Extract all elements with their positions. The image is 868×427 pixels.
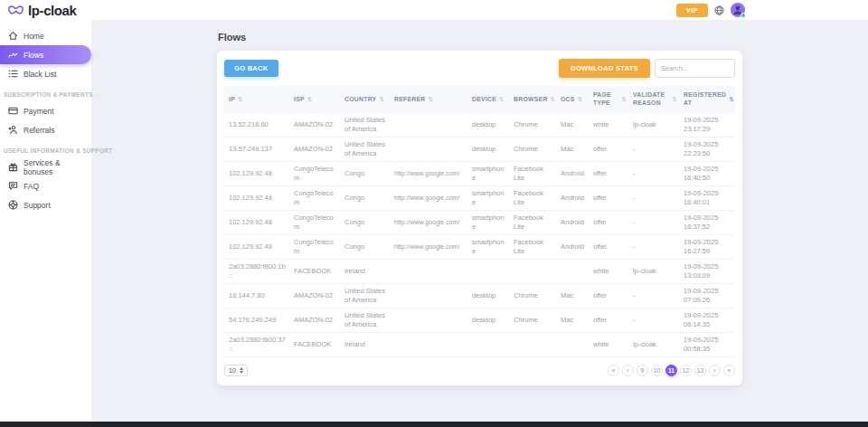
cell-ocs	[556, 270, 589, 273]
sidebar-item-referrals[interactable]: Referrals	[0, 120, 91, 139]
cell-isp: AMAZON-02	[289, 314, 340, 327]
sort-icon[interactable]: ⇅	[429, 96, 434, 103]
cell-registered_at: 19-09-2025 16:40:01	[679, 187, 735, 209]
cell-country: Congo	[340, 192, 390, 204]
topbar-right: VIP	[676, 3, 745, 17]
logo-text: lp-cloak	[28, 3, 76, 18]
page-size-select[interactable]: 10	[224, 365, 248, 376]
sidebar-item-label: Referrals	[24, 126, 54, 135]
cell-device	[467, 343, 509, 346]
sidebar-item-faq[interactable]: FAQ	[0, 176, 91, 195]
sort-icon-active[interactable]: ⇅	[729, 96, 734, 103]
cell-referer: http://www.google.com/	[390, 216, 467, 228]
next-page-button[interactable]: ›	[709, 365, 721, 376]
cell-page_type: offer	[589, 192, 628, 204]
cell-referer	[390, 147, 467, 151]
page-button-13[interactable]: 13	[694, 365, 706, 376]
download-stats-button[interactable]: DOWNLOAD STATS	[559, 59, 650, 78]
cell-validate_reason: -	[628, 143, 679, 156]
cell-country: United States of America	[340, 138, 390, 160]
page-button-12[interactable]: 12	[680, 365, 692, 376]
sort-icon[interactable]: ⇅	[621, 96, 627, 103]
page-button-10[interactable]: 10	[651, 365, 663, 376]
column-header-registered-at[interactable]: Registered at⇅	[679, 89, 735, 110]
sort-icon[interactable]: ⇅	[551, 96, 556, 103]
pagination-pages: 910111213	[637, 365, 706, 376]
cell-validate_reason: -	[628, 289, 679, 302]
sort-icon[interactable]: ⇅	[238, 96, 243, 103]
sidebar-item-services-bonuses[interactable]: Services & bonuses	[0, 157, 91, 176]
cell-referer: http://www.google.com/	[390, 192, 467, 204]
column-header-page-type[interactable]: Page type⇅	[589, 89, 628, 110]
vip-button[interactable]: VIP	[676, 4, 708, 17]
cell-country: United States of America	[340, 285, 390, 307]
cell-isp: AMAZON-02	[289, 119, 340, 131]
sort-icon[interactable]: ⇅	[307, 96, 313, 103]
column-header-referer[interactable]: Referer⇅	[390, 93, 467, 107]
sort-icon[interactable]: ⇅	[578, 96, 583, 103]
cell-ip: 2a03:2880:f800:1b::	[224, 261, 289, 282]
last-page-button[interactable]: »	[723, 365, 735, 376]
sidebar-item-black-list[interactable]: Black List	[0, 64, 91, 83]
sidebar-item-home[interactable]: Home	[0, 26, 91, 45]
table-row: 102.129.92.48CongoTelecomCongohttp://www…	[224, 235, 735, 260]
cell-registered_at: 19-09-2025 16:27:59	[679, 236, 735, 258]
cell-registered_at: 19-09-2025 16:40:50	[679, 163, 735, 185]
go-back-button[interactable]: GO BACK	[224, 60, 278, 77]
search-input[interactable]	[655, 59, 735, 78]
toolbar: GO BACK DOWNLOAD STATS	[224, 59, 735, 78]
cell-device: desktop	[467, 119, 509, 131]
page-button-11[interactable]: 11	[665, 365, 677, 376]
column-header-ip[interactable]: IP⇅	[224, 93, 289, 107]
flows-icon	[8, 50, 18, 60]
cell-registered_at: 19-09-2025 13:03:09	[679, 261, 735, 282]
cell-page_type: white	[589, 119, 628, 131]
prev-page-button[interactable]: ‹	[622, 365, 634, 376]
cell-registered_at: 19-09-2025 16:37:52	[679, 212, 735, 233]
cell-browser: Chrome	[509, 119, 556, 131]
column-header-ocs[interactable]: OCS⇅	[556, 93, 589, 107]
pagination: « ‹ 910111213 › »	[608, 365, 735, 376]
bottom-strip	[0, 422, 868, 427]
column-label: Validate reason	[633, 91, 669, 108]
table-row: 18.144.7.80AMAZON-02United States of Ame…	[224, 284, 735, 308]
column-header-validate-reason[interactable]: Validate reason⇅	[628, 89, 679, 110]
sort-icon[interactable]: ⇅	[379, 96, 384, 103]
cell-device: smartphone	[467, 163, 509, 185]
avatar[interactable]	[731, 3, 745, 17]
column-header-isp[interactable]: ISP⇅	[289, 93, 340, 107]
cell-ocs	[556, 343, 589, 346]
cell-ip: 102.129.92.48	[224, 216, 289, 229]
flows-card: GO BACK DOWNLOAD STATS IP⇅ ISP⇅ Country⇅…	[217, 51, 742, 385]
column-header-device[interactable]: Device⇅	[467, 93, 509, 107]
cell-browser: Facebook Lite	[509, 236, 556, 258]
sidebar-item-payment[interactable]: Payment	[0, 101, 91, 120]
first-page-button[interactable]: «	[608, 365, 619, 376]
cell-ocs: Android	[556, 241, 589, 253]
logo[interactable]: lp-cloak	[8, 3, 76, 18]
sidebar-item-support[interactable]: Support	[0, 195, 91, 214]
sort-icon[interactable]: ⇅	[499, 96, 505, 103]
sidebar-item-label: Support	[24, 201, 51, 210]
sidebar-item-flows[interactable]: Flows	[0, 45, 91, 64]
cell-isp: CongoTelecom	[289, 212, 340, 233]
cell-ip: 54.176.249.249	[224, 314, 289, 327]
blacklist-icon	[8, 69, 18, 79]
cell-validate_reason: lp-cloak	[628, 338, 679, 351]
globe-icon[interactable]	[714, 5, 724, 15]
page-title: Flows	[218, 32, 742, 43]
cell-validate_reason: -	[628, 216, 679, 229]
column-label: OCS	[561, 96, 575, 104]
table-row: 2a03:2880:f800:37::FACEBOOKIrelandwhitel…	[224, 333, 735, 357]
sidebar-item-label: Services & bonuses	[24, 158, 83, 176]
column-label: IP	[229, 96, 235, 104]
online-status-dot	[741, 13, 746, 18]
page-button-9[interactable]: 9	[637, 365, 648, 376]
column-header-country[interactable]: Country⇅	[340, 93, 390, 107]
sort-icon[interactable]: ⇅	[672, 96, 677, 103]
column-label: ISP	[294, 96, 305, 104]
cell-referer	[390, 343, 467, 346]
column-header-browser[interactable]: Browser⇅	[509, 93, 556, 107]
cell-browser: Chrome	[509, 314, 556, 327]
cell-ip: 2a03:2880:f800:37::	[224, 334, 289, 356]
